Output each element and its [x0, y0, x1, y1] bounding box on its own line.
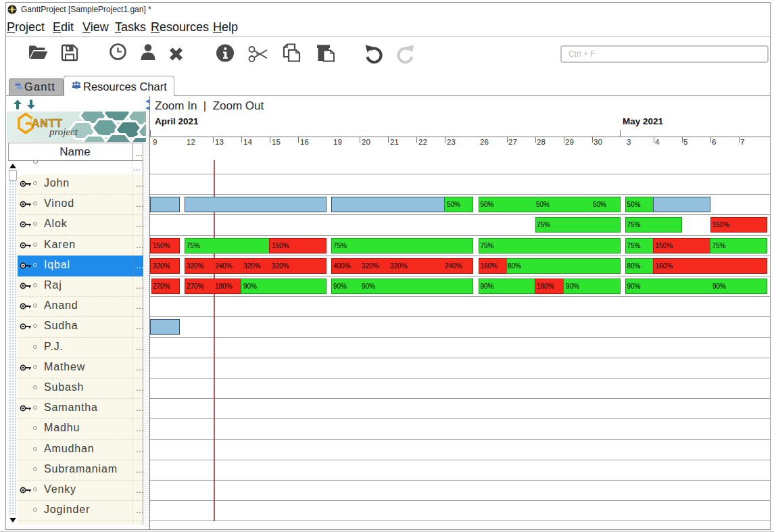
- svg-text:project: project: [49, 126, 78, 137]
